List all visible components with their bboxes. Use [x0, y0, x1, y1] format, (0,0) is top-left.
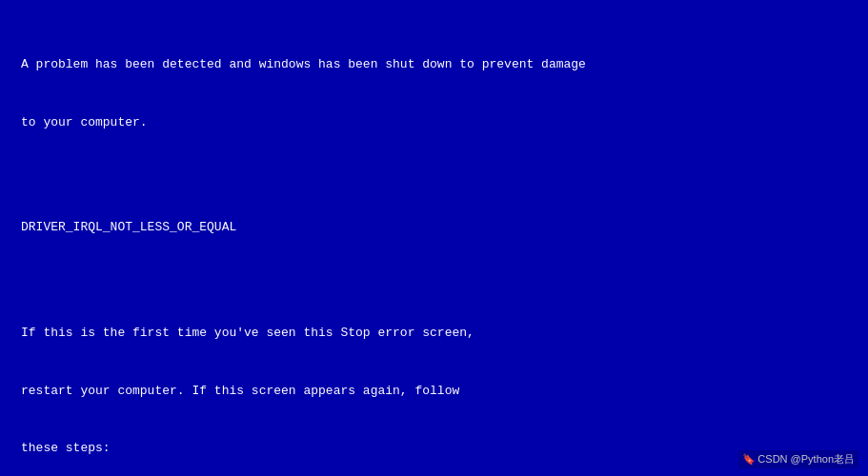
watermark-icon: 🔖: [742, 453, 756, 465]
bsod-line-6: these steps:: [21, 439, 847, 458]
watermark: 🔖CSDN @Python老吕: [738, 450, 858, 468]
bsod-line-2: to your computer.: [21, 113, 847, 132]
watermark-text: CSDN @Python老吕: [757, 453, 855, 465]
bsod-error-code: DRIVER_IRQL_NOT_LESS_OR_EQUAL: [21, 218, 847, 237]
bsod-line-1: A problem has been detected and windows …: [21, 55, 847, 74]
bsod-screen: A problem has been detected and windows …: [0, 0, 868, 476]
bsod-line-4: If this is the first time you've seen th…: [21, 324, 847, 343]
bsod-blank-1: [21, 170, 847, 180]
bsod-line-5: restart your computer. If this screen ap…: [21, 382, 847, 401]
bsod-blank-2: [21, 276, 847, 286]
bsod-content: A problem has been detected and windows …: [21, 17, 847, 476]
